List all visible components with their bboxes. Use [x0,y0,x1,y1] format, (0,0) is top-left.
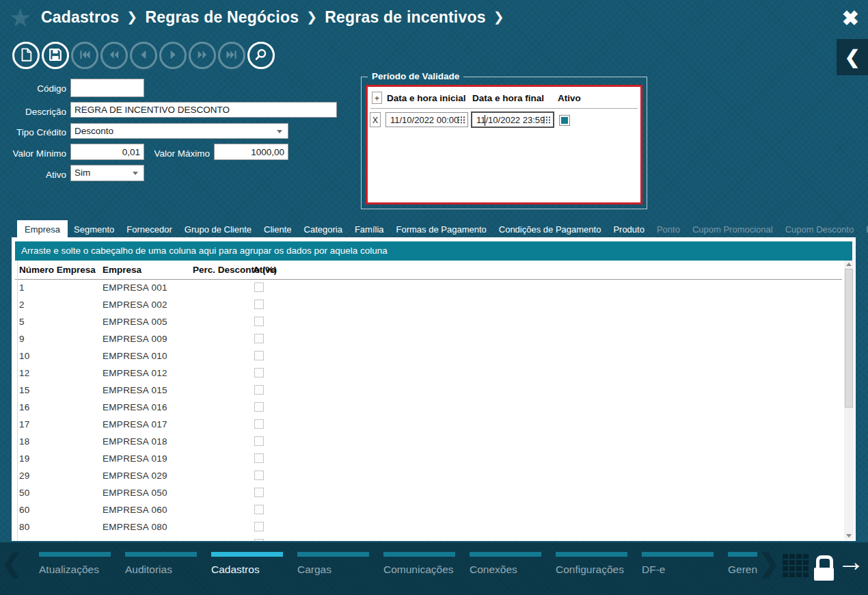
save-button[interactable] [42,42,69,69]
tab-fornecedor[interactable]: Fornecedor [120,220,178,237]
date-picker-icon[interactable] [543,116,550,124]
breadcrumb-item[interactable]: Regras de incentivos [325,8,485,26]
nav-underline [728,552,757,557]
data-hora-inicial-input[interactable]: 11/10/2022 00:00 [385,112,468,127]
ativo-checkbox[interactable] [254,351,264,360]
tab-empresa[interactable]: Empresa [17,220,68,237]
breadcrumb-item[interactable]: Regras de Negócios [145,8,299,26]
ativo-checkbox[interactable] [254,471,264,480]
table-row[interactable]: 10 EMPRESA 010 [15,348,842,365]
tab-produto[interactable]: Produto [607,220,651,237]
ativo-checkbox[interactable] [254,300,264,309]
nav-item-cargas[interactable]: Cargas [297,552,369,587]
tab-condi-es-de-pagamento[interactable]: Condições de Pagamento [493,220,608,237]
scroll-up-icon[interactable] [846,263,852,266]
ativo-checkbox[interactable] [254,368,264,378]
nav-item-conex-es[interactable]: Conexões [470,552,541,587]
table-row[interactable]: 12 EMPRESA 012 [15,365,842,382]
ativo-checkbox[interactable] [254,317,264,326]
delete-period-button[interactable]: X [370,112,381,127]
cell-numero-empresa: 16 [19,402,30,412]
close-icon[interactable]: ✖ [842,8,859,29]
table-row[interactable]: 9 EMPRESA 009 [15,331,842,348]
column-header-empresa[interactable]: Empresa [103,265,141,275]
add-period-button[interactable]: + [372,92,382,104]
exit-arrow-icon[interactable]: → [837,548,865,575]
table-row[interactable]: 16 EMPRESA 016 [15,399,842,416]
table-row[interactable]: 5 EMPRESA 005 [15,314,842,331]
ativo-checkbox[interactable] [254,385,264,395]
ativo-checkbox[interactable] [254,488,264,497]
column-header-numero-empresa[interactable]: Número Empresa [19,265,96,275]
nav-item-comunica-es[interactable]: Comunicações [383,552,455,587]
nav-item-df-e[interactable]: DF-e [642,552,714,587]
column-header-ativo[interactable]: Ativo [253,265,276,275]
nav-item-gerenciamento[interactable]: Gerenciamento [728,552,757,587]
group-by-drop-zone[interactable]: Arraste e solte o cabeçalho de uma colun… [15,241,852,261]
nav-scroll-right-icon[interactable]: ❯ [759,551,780,576]
nav-item-cadastros[interactable]: Cadastros [211,552,283,587]
side-panel-collapse-handle[interactable]: ❮ [837,39,868,75]
table-row[interactable]: 15 EMPRESA 015 [15,382,842,399]
cell-empresa: EMPRESA 050 [103,488,167,498]
table-row[interactable]: 2 EMPRESA 002 [15,297,842,314]
table-row[interactable]: 19 EMPRESA 019 [15,451,842,468]
tab-fam-lia[interactable]: Família [349,220,390,237]
col-data-inicial: Data e hora inicial [387,93,466,103]
nav-scroll-left-icon[interactable]: ❮ [1,551,23,576]
vertical-scrollbar[interactable] [844,261,854,540]
new-document-button[interactable] [12,42,40,69]
nav-underline [39,552,111,557]
table-row[interactable]: 60 EMPRESA 060 [15,502,842,519]
ativo-checkbox[interactable] [254,402,264,412]
lock-icon[interactable] [814,555,835,581]
nav-item-atualiza-es[interactable]: Atualizações [39,552,111,587]
cell-numero-empresa: 29 [19,471,30,481]
ativo-checkbox[interactable] [254,436,264,446]
scroll-down-icon[interactable] [846,534,852,538]
table-row[interactable]: 50 EMPRESA 050 [15,485,842,502]
tipo-credito-select[interactable]: Desconto [70,123,288,139]
cell-empresa: EMPRESA 018 [103,436,167,447]
ativo-checkbox[interactable] [254,419,264,429]
valor-minimo-input[interactable] [70,144,144,160]
nav-next-button [159,42,187,69]
ativo-checkbox[interactable] [254,282,264,292]
apps-grid-icon[interactable] [783,554,809,577]
breadcrumb-item[interactable]: Cadastros [41,8,119,26]
ativo-checkbox[interactable] [254,334,264,343]
tab-cliente[interactable]: Cliente [258,220,297,237]
scrollbar-thumb[interactable] [845,269,853,408]
ativo-select[interactable]: Sim [70,165,144,181]
tab-segmento[interactable]: Segmento [68,220,120,237]
codigo-input[interactable] [70,79,144,97]
table-row[interactable]: 29 EMPRESA 029 [15,468,842,485]
date-picker-icon[interactable] [457,116,465,124]
descricao-input[interactable] [70,102,337,118]
tab-grupo-de-cliente[interactable]: Grupo de Cliente [178,220,258,237]
periodo-ativo-checkbox[interactable] [559,115,570,126]
table-row[interactable]: 18 EMPRESA 018 [15,434,842,451]
table-row-partial[interactable] [15,536,842,541]
table-row[interactable]: 17 EMPRESA 017 [15,416,842,434]
data-hora-final-input[interactable]: 11/10/2022 23:59 [471,111,554,128]
nav-previous-button [130,42,157,69]
search-button[interactable] [247,42,275,69]
cell-numero-empresa: 9 [19,334,25,344]
ativo-checkbox[interactable] [254,539,264,541]
ativo-label: Ativo [0,170,66,180]
tab-categoria[interactable]: Categoria [298,220,349,237]
valor-maximo-input[interactable] [214,144,288,160]
ativo-checkbox[interactable] [254,453,264,463]
ativo-checkbox[interactable] [254,505,264,514]
favorite-star-icon[interactable]: ★ [9,5,31,31]
nav-item-configura-es[interactable]: Configurações [556,552,627,587]
table-row[interactable]: 80 EMPRESA 080 [15,519,842,536]
nav-item-auditorias[interactable]: Auditorias [125,552,197,587]
tab-formas-de-pagamento[interactable]: Formas de Pagamento [390,220,493,237]
table-row[interactable]: 1 EMPRESA 001 [15,280,842,297]
tipo-credito-label: Tipo Crédito [0,127,66,137]
cell-numero-empresa: 60 [19,505,30,515]
cell-numero-empresa: 15 [19,385,30,395]
ativo-checkbox[interactable] [254,522,264,531]
